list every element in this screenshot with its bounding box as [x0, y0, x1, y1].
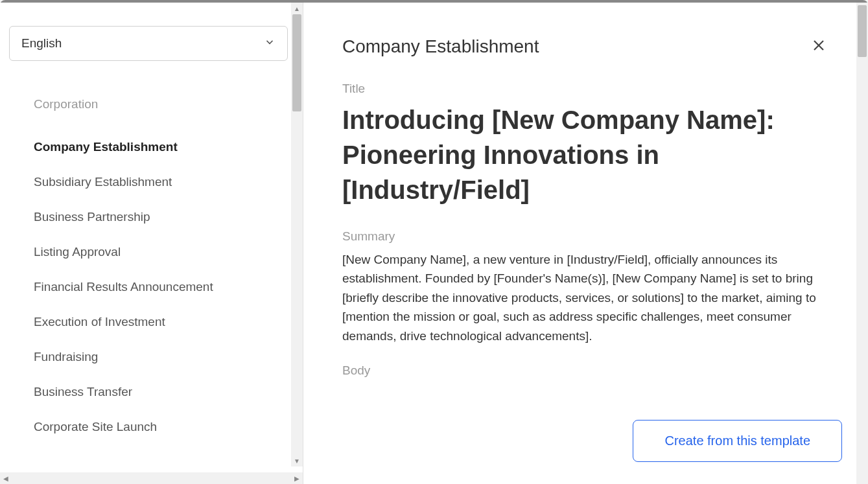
main-vertical-scrollbar-track[interactable] [856, 3, 868, 484]
scrollbar-down-arrow-icon[interactable]: ▼ [291, 455, 303, 467]
language-select-value: English [21, 36, 62, 51]
sidebar-inner: English Corporation Company Establishmen… [0, 3, 303, 484]
sidebar: English Corporation Company Establishmen… [0, 3, 303, 484]
language-select[interactable]: English [9, 26, 288, 61]
preview-title: Company Establishment [342, 36, 539, 57]
sidebar-item-listing-approval[interactable]: Listing Approval [34, 235, 294, 270]
create-from-template-button[interactable]: Create from this template [633, 420, 842, 462]
sidebar-nav-list: Company Establishment Subsidiary Establi… [9, 130, 294, 444]
sidebar-vertical-scrollbar-track[interactable]: ▲ ▼ [291, 3, 303, 467]
summary-section-label: Summary [342, 229, 829, 244]
sidebar-item-company-establishment[interactable]: Company Establishment [34, 130, 294, 165]
preview-header: Company Establishment [342, 35, 829, 58]
scrollbar-left-arrow-icon[interactable]: ◀ [0, 472, 12, 484]
sidebar-item-business-partnership[interactable]: Business Partnership [34, 200, 294, 235]
body-section-label: Body [342, 363, 829, 378]
sidebar-category-corporation: Corporation [9, 97, 294, 111]
sidebar-item-execution-of-investment[interactable]: Execution of Investment [34, 305, 294, 340]
sidebar-horizontal-scrollbar-track[interactable]: ◀ ▶ [0, 472, 303, 484]
sidebar-item-subsidiary-establishment[interactable]: Subsidiary Establishment [34, 165, 294, 200]
main-vertical-scrollbar-thumb[interactable] [858, 5, 867, 57]
template-preview: Company Establishment Title Introducing … [303, 3, 868, 484]
create-button-wrapper: Create from this template [633, 420, 842, 462]
sidebar-item-corporate-site-launch[interactable]: Corporate Site Launch [34, 409, 294, 444]
sidebar-item-financial-results-announcement[interactable]: Financial Results Announcement [34, 270, 294, 305]
scrollbar-up-arrow-icon[interactable]: ▲ [291, 3, 303, 14]
scrollbar-right-arrow-icon[interactable]: ▶ [291, 472, 303, 484]
close-icon [811, 38, 827, 53]
template-picker-dialog: English Corporation Company Establishmen… [0, 0, 868, 484]
template-summary-text: [New Company Name], a new venture in [In… [342, 250, 829, 345]
sidebar-item-business-transfer[interactable]: Business Transfer [34, 375, 294, 409]
chevron-down-icon [264, 36, 276, 51]
title-section-label: Title [342, 82, 829, 96]
template-title-text: Introducing [New Company Name]: Pioneeri… [342, 102, 829, 207]
sidebar-vertical-scrollbar-thumb[interactable] [292, 14, 301, 111]
close-button[interactable] [808, 35, 829, 58]
sidebar-item-fundraising[interactable]: Fundraising [34, 340, 294, 375]
